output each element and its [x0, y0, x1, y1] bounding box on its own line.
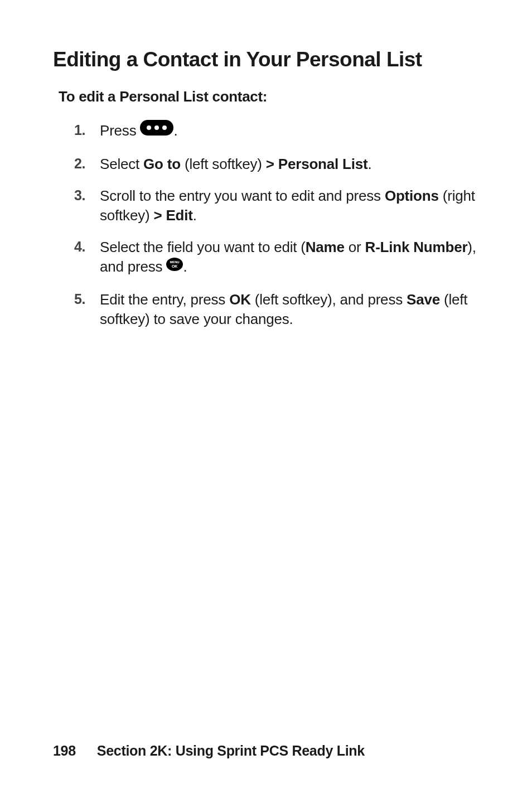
- svg-point-3: [162, 125, 167, 130]
- svg-text:OK: OK: [172, 264, 177, 268]
- text: .: [193, 207, 197, 224]
- text: Select: [100, 156, 143, 172]
- list-item: 4. Select the field you want to edit (Na…: [74, 238, 479, 278]
- page-footer: 198Section 2K: Using Sprint PCS Ready Li…: [53, 743, 365, 759]
- list-item: 3. Scroll to the entry you want to edit …: [74, 186, 479, 225]
- step-body: Scroll to the entry you want to edit and…: [100, 186, 479, 225]
- subheading: To edit a Personal List contact:: [59, 88, 479, 105]
- step-number: 4.: [74, 238, 100, 257]
- step-number: 5.: [74, 290, 100, 309]
- svg-text:MENU: MENU: [170, 260, 180, 264]
- text: Press: [100, 122, 140, 139]
- text: or: [345, 239, 365, 255]
- page: Editing a Contact in Your Personal List …: [0, 0, 532, 798]
- bold: Options: [385, 187, 439, 204]
- text: .: [173, 122, 177, 139]
- step-number: 2.: [74, 154, 100, 173]
- text: .: [368, 156, 372, 172]
- list-item: 5. Edit the entry, press OK (left softke…: [74, 290, 479, 329]
- svg-point-2: [154, 125, 159, 130]
- text: Edit the entry, press: [100, 291, 229, 308]
- bold: Name: [306, 239, 345, 255]
- step-body: Edit the entry, press OK (left softkey),…: [100, 290, 479, 329]
- text: Select the field you want to edit (: [100, 239, 306, 255]
- steps-list: 1. Press . 2. Select Go to (left softkey…: [74, 121, 479, 329]
- bold: > Personal List: [266, 156, 368, 172]
- step-number: 1.: [74, 121, 100, 140]
- section-label: Section 2K: Using Sprint PCS Ready Link: [97, 743, 365, 758]
- text: (left softkey), and press: [251, 291, 407, 308]
- step-body: Select the field you want to edit (Name …: [100, 238, 479, 278]
- step-body: Press .: [100, 121, 479, 142]
- list-item: 1. Press .: [74, 121, 479, 142]
- text: Scroll to the entry you want to edit and…: [100, 187, 385, 204]
- svg-point-1: [147, 125, 151, 130]
- ready-link-button-icon: [140, 120, 173, 141]
- bold: R-Link Number: [365, 239, 468, 255]
- bold: Go to: [143, 156, 181, 172]
- bold: Save: [407, 291, 440, 308]
- step-number: 3.: [74, 186, 100, 205]
- bold: > Edit: [153, 207, 192, 224]
- page-number: 198: [53, 743, 76, 758]
- step-body: Select Go to (left softkey) > Personal L…: [100, 154, 479, 174]
- page-title: Editing a Contact in Your Personal List: [53, 48, 479, 71]
- list-item: 2. Select Go to (left softkey) > Persona…: [74, 154, 479, 174]
- text: (left softkey): [181, 156, 266, 172]
- menu-ok-button-icon: MENUOK: [166, 257, 183, 276]
- bold: OK: [229, 291, 251, 308]
- text: .: [183, 258, 187, 275]
